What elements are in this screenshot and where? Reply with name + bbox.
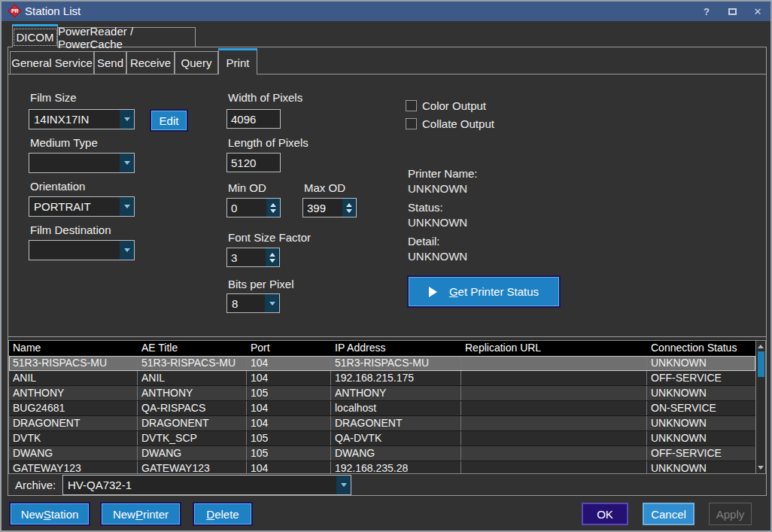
tab-print[interactable]: Print [218, 48, 257, 74]
collate-output-checkbox[interactable] [406, 118, 417, 129]
table-row[interactable]: GATEWAY123GATEWAY123104192.168.235.28UNK… [9, 461, 755, 473]
width-of-pixels-input[interactable] [226, 109, 281, 129]
table-row[interactable]: 51R3-RISPACS-MU51R3-RISPACS-MU10451R3-RI… [9, 356, 755, 371]
table-cell: 51R3-RISPACS-MU [331, 356, 461, 370]
film-size-value: 14INX17IN [29, 113, 120, 126]
table-cell: DWANG [331, 446, 461, 461]
table-cell: OFF-SERVICE [647, 446, 755, 461]
app-icon-text: PR [11, 8, 19, 14]
tab-dicom-label: DICOM [14, 29, 57, 46]
medium-type-select[interactable] [29, 153, 135, 173]
min-od-spinner[interactable] [226, 198, 281, 217]
font-size-factor-spinner[interactable] [226, 248, 280, 267]
table-cell: ANTHONY [138, 386, 247, 400]
tab-query[interactable]: Query [175, 51, 218, 74]
table-cell: 192.168.215.175 [331, 371, 461, 385]
table-cell: QA-DVTK [331, 431, 461, 445]
column-header-ae-title[interactable]: AE Title [138, 341, 247, 356]
delete-button[interactable]: Delete [193, 502, 253, 526]
column-header-port[interactable]: Port [247, 341, 331, 356]
table-row[interactable]: ANILANIL104192.168.215.175OFF-SERVICE [9, 371, 755, 386]
cancel-button[interactable]: Cancel [643, 503, 694, 525]
orientation-select[interactable]: PORTRAIT [29, 196, 135, 217]
table-cell [461, 431, 647, 445]
column-header-ip-address[interactable]: IP Address [331, 341, 461, 356]
film-destination-select[interactable] [29, 240, 135, 260]
max-od-spinner[interactable] [302, 198, 357, 217]
medium-type-label: Medium Type [30, 136, 98, 149]
table-cell [461, 386, 647, 400]
table-cell: DVTK_SCP [138, 431, 247, 445]
apply-button[interactable]: Apply [709, 503, 752, 525]
table-cell: 104 [247, 416, 331, 430]
bits-per-pixel-select[interactable]: 8 [226, 293, 280, 313]
tab-send[interactable]: Send [94, 51, 126, 74]
printer-detail-value: UNKNOWN [408, 250, 467, 263]
table-cell: ANTHONY [9, 386, 138, 400]
table-cell: DWANG [138, 446, 247, 461]
font-size-factor-label: Font Size Factor [228, 231, 311, 244]
archive-select[interactable]: HV-QA732-1 [62, 475, 351, 495]
chevron-down-icon[interactable] [336, 476, 351, 494]
max-od-label: Max OD [304, 181, 345, 194]
tab-general-service[interactable]: General Service [10, 51, 94, 74]
table-row[interactable]: DVTKDVTK_SCP105QA-DVTKUNKNOWN [9, 431, 755, 446]
spinner-arrows-icon[interactable] [266, 199, 280, 217]
table-cell: UNKNOWN [647, 461, 755, 473]
help-icon[interactable]: ? [700, 5, 713, 18]
new-printer-button[interactable]: New Printer [100, 502, 181, 526]
film-destination-label: Film Destination [30, 223, 111, 236]
orientation-label: Orientation [30, 180, 85, 193]
table-cell: DRAGONENT [331, 416, 461, 430]
bits-per-pixel-value: 8 [227, 297, 265, 310]
scroll-up-icon[interactable] [756, 341, 765, 351]
table-cell: UNKNOWN [647, 431, 755, 445]
archive-label: Archive: [15, 479, 56, 491]
ok-button[interactable]: OK [582, 503, 628, 525]
table-row[interactable]: ANTHONYANTHONY105ANTHONYUNKNOWN [9, 386, 755, 401]
column-header-name[interactable]: Name [9, 341, 138, 356]
get-printer-status-button[interactable]: Get Printer Status [407, 275, 561, 308]
chevron-down-icon[interactable] [265, 294, 279, 312]
chevron-down-icon[interactable] [120, 110, 134, 129]
table-cell: 105 [247, 431, 331, 445]
scroll-down-icon[interactable] [756, 463, 765, 473]
tab-receive[interactable]: Receive [126, 51, 175, 74]
chevron-down-icon[interactable] [120, 241, 134, 260]
vertical-scrollbar[interactable] [755, 341, 765, 473]
chevron-down-icon[interactable] [120, 154, 134, 172]
chevron-down-icon[interactable] [120, 197, 134, 216]
table-cell: BUG24681 [9, 401, 138, 415]
table-cell [461, 356, 647, 370]
table-cell: GATEWAY123 [138, 461, 247, 473]
table-row[interactable]: DRAGONENTDRAGONENT104DRAGONENTUNKNOWN [9, 416, 755, 431]
edit-button[interactable]: Edit [150, 109, 188, 132]
color-output-checkbox[interactable] [406, 100, 417, 111]
table-cell: UNKNOWN [647, 416, 755, 430]
tab-powerreader-powercache[interactable]: PowerReader / PowerCache [57, 27, 196, 47]
column-header-replication-url[interactable]: Replication URL [461, 341, 647, 356]
table-cell: ANIL [138, 371, 247, 385]
tab-dicom[interactable]: DICOM [12, 24, 58, 47]
spinner-arrows-icon[interactable] [342, 199, 356, 217]
new-station-button[interactable]: New Station [9, 502, 90, 526]
min-od-input[interactable] [227, 199, 266, 217]
column-header-connection-status[interactable]: Connection Status [647, 341, 755, 356]
title-bar: PR Station List ? ✕ [2, 2, 770, 21]
table-cell: 104 [247, 371, 331, 385]
film-size-select[interactable]: 14INX17IN [29, 109, 135, 129]
table-cell [461, 401, 647, 415]
font-size-factor-input[interactable] [227, 248, 266, 266]
table-cell: 105 [247, 446, 331, 461]
close-icon[interactable]: ✕ [751, 5, 764, 18]
max-od-input[interactable] [303, 199, 342, 217]
table-row[interactable]: DWANGDWANG105DWANGOFF-SERVICE [9, 446, 755, 461]
length-of-pixels-input[interactable] [226, 153, 281, 172]
window-title: Station List [25, 5, 81, 17]
archive-value: HV-QA732-1 [63, 479, 336, 491]
table-cell: OFF-SERVICE [647, 371, 755, 385]
maximize-icon[interactable] [725, 5, 739, 18]
spinner-arrows-icon[interactable] [266, 248, 279, 266]
scrollbar-thumb[interactable] [758, 351, 764, 377]
table-row[interactable]: BUG24681QA-RISPACS104localhostON-SERVICE [9, 401, 755, 416]
